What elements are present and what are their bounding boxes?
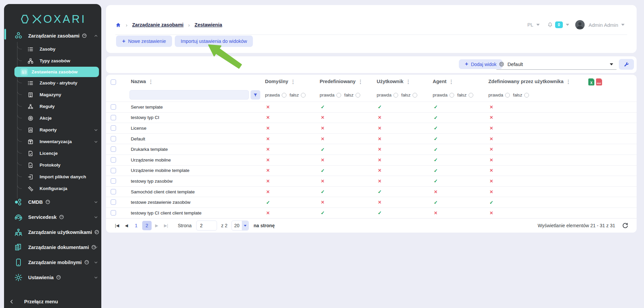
breadcrumb-link-zestawienia[interactable]: Zestawienia xyxy=(195,22,222,27)
page-number-input[interactable] xyxy=(196,221,217,231)
table-row[interactable]: Default✕✕✕✓✕ xyxy=(106,134,637,144)
row-checkbox[interactable] xyxy=(111,189,116,194)
chevron-down-icon[interactable] xyxy=(94,200,98,204)
radio-true[interactable] xyxy=(505,93,510,98)
sidebar-item-zestawienia-zasobow[interactable]: Zestawienia zasobów xyxy=(14,67,99,77)
sidebar-item-magazyny[interactable]: Magazyny xyxy=(4,89,101,101)
sidebar-item-zarzadzanie-uzytkownikami[interactable]: Zarządzanie użytkownikami xyxy=(4,225,101,240)
table-row[interactable]: Server template✕✓✓✓✕ xyxy=(106,102,637,113)
table-row[interactable]: Drukarka template✕✓✕✓✕ xyxy=(106,144,637,155)
sidebar-item-zarzadzanie-mobilnymi[interactable]: Zarządzanie mobilnymi xyxy=(4,255,101,270)
row-checkbox[interactable] xyxy=(111,146,116,152)
chevron-down-icon[interactable] xyxy=(94,260,98,264)
name-filter-input[interactable] xyxy=(129,90,249,100)
export-pdf-icon[interactable]: PDF xyxy=(596,78,602,85)
column-menu-icon[interactable]: ⋮ xyxy=(566,79,571,84)
row-checkbox[interactable] xyxy=(111,104,116,110)
row-checkbox[interactable] xyxy=(111,125,116,131)
table-row[interactable]: Urządzenie mobilne template✕✓✕✓✕ xyxy=(106,166,637,176)
chevron-up-icon[interactable] xyxy=(94,34,98,38)
sidebar-item-raporty[interactable]: Raporty xyxy=(4,124,101,136)
row-checkbox[interactable] xyxy=(111,168,116,173)
last-page-button[interactable]: ▶| xyxy=(162,221,170,230)
row-checkbox[interactable] xyxy=(111,210,116,215)
sidebar-item-inwentaryzacja[interactable]: Inwentaryzacja xyxy=(4,136,101,147)
avatar[interactable] xyxy=(575,20,585,29)
column-header-3[interactable]: Agent⋮ xyxy=(433,79,454,84)
sidebar-item-konfiguracja[interactable]: Konfiguracja xyxy=(4,183,101,194)
radio-false[interactable] xyxy=(301,93,306,98)
radio-false[interactable] xyxy=(413,93,417,98)
column-menu-icon[interactable]: ⋮ xyxy=(148,79,153,84)
sidebar-item-cmdb[interactable]: CMDB xyxy=(4,194,101,209)
refresh-icon[interactable] xyxy=(622,222,629,229)
export-xls-icon[interactable]: X xyxy=(588,78,594,85)
page-size-select[interactable]: 20 xyxy=(231,221,249,231)
table-row[interactable]: Samochód client client template✕✓✓✕✕ xyxy=(106,187,637,197)
table-row[interactable]: testowy typ CI✕✕✕✓✕ xyxy=(106,113,637,123)
menu-toggle-button[interactable]: Przełącz menu xyxy=(4,296,101,307)
sidebar-item-zarzadzanie-dokumentami[interactable]: Zarządzanie dokumentami xyxy=(4,240,101,255)
chevron-down-icon[interactable] xyxy=(621,24,625,26)
select-all-checkbox[interactable] xyxy=(111,79,116,85)
radio-false[interactable] xyxy=(356,93,360,98)
sidebar-item-reguly[interactable]: Reguły xyxy=(4,101,101,112)
column-header-1[interactable]: Predefiniowany⋮ xyxy=(320,79,363,84)
sidebar-item-ustawienia[interactable]: Ustawienia xyxy=(4,270,101,285)
add-view-button[interactable]: + Dodaj widok xyxy=(459,59,502,69)
table-row[interactable]: testowy typ CI client client template✕✓✓… xyxy=(106,208,637,219)
table-row[interactable]: testowy typ zasobów✕✕✕✓✕ xyxy=(106,176,637,187)
column-header-0[interactable]: Domyślny⋮ xyxy=(265,79,296,84)
import-settings-button[interactable]: Importuj ustawienia do widoków xyxy=(175,36,253,47)
chevron-down-icon[interactable] xyxy=(94,230,98,234)
sidebar-item-licencje[interactable]: Licencje xyxy=(4,147,101,159)
view-settings-button[interactable] xyxy=(619,59,634,70)
column-menu-icon[interactable]: ⋮ xyxy=(290,79,296,84)
chevron-down-icon[interactable] xyxy=(94,275,98,280)
page-number-1[interactable]: 1 xyxy=(131,221,141,230)
radio-true[interactable] xyxy=(393,93,398,98)
sidebar-item-import-plikow-danych[interactable]: Import plików danych xyxy=(4,171,101,183)
sidebar-item-servicedesk[interactable]: Servicedesk xyxy=(4,209,101,225)
language-selector[interactable]: PL xyxy=(527,22,533,27)
column-menu-icon[interactable]: ⋮ xyxy=(449,79,454,84)
notification-badge[interactable]: 0 xyxy=(555,21,563,28)
row-checkbox[interactable] xyxy=(111,157,116,163)
chevron-down-icon[interactable] xyxy=(94,140,98,144)
breadcrumb-link-zarzadzanie-zasobami[interactable]: Zarządzanie zasobami xyxy=(132,22,183,27)
sidebar-item-typy-zasobow[interactable]: Typy zasobów xyxy=(4,55,101,67)
chevron-down-icon[interactable] xyxy=(94,215,98,219)
radio-false[interactable] xyxy=(469,93,473,98)
chevron-down-icon[interactable] xyxy=(536,24,540,26)
chevron-down-icon[interactable] xyxy=(566,24,569,26)
column-menu-icon[interactable]: ⋮ xyxy=(406,79,411,84)
radio-true[interactable] xyxy=(449,93,454,98)
sidebar-item-zarzadzanie-zasobami[interactable]: Zarządzanie zasobami xyxy=(4,28,101,43)
page-number-2[interactable]: 2 xyxy=(142,221,152,230)
sidebar-item-protokoly[interactable]: Protokoły xyxy=(4,159,101,171)
row-checkbox[interactable] xyxy=(111,199,116,205)
table-row[interactable]: testowe zestawienie zasobów✓✕✕✓✓ xyxy=(106,197,637,208)
page-size-dropdown[interactable] xyxy=(242,221,249,230)
column-header-nazwa[interactable]: Nazwa⋮ xyxy=(131,79,153,84)
column-header-2[interactable]: Użytkownik⋮ xyxy=(377,79,411,84)
view-selector[interactable]: Default xyxy=(496,59,616,70)
chevron-down-icon[interactable] xyxy=(94,245,98,249)
table-row[interactable]: License✕✕✕✓✕ xyxy=(106,123,637,134)
sidebar-item-zasoby[interactable]: Zasoby xyxy=(4,43,101,55)
row-checkbox[interactable] xyxy=(111,178,116,184)
new-zestawienie-button[interactable]: + Nowe zestawienie xyxy=(116,36,172,47)
filter-button[interactable] xyxy=(251,90,260,100)
row-checkbox[interactable] xyxy=(111,115,116,120)
home-icon[interactable] xyxy=(115,22,121,28)
first-page-button[interactable]: |◀ xyxy=(113,221,121,230)
column-menu-icon[interactable]: ⋮ xyxy=(358,79,363,84)
sidebar-item-akcje[interactable]: Akcje xyxy=(4,112,101,124)
previous-page-button[interactable]: ◀ xyxy=(122,221,131,230)
chevron-down-icon[interactable] xyxy=(94,128,98,132)
sidebar-item-zasoby-atrybuty[interactable]: Zasoby - atrybuty xyxy=(4,77,101,89)
radio-false[interactable] xyxy=(524,93,529,98)
bell-icon[interactable] xyxy=(547,22,553,28)
radio-true[interactable] xyxy=(336,93,341,98)
column-header-4[interactable]: Zdefiniowany przez użytkownika⋮ xyxy=(488,79,571,84)
